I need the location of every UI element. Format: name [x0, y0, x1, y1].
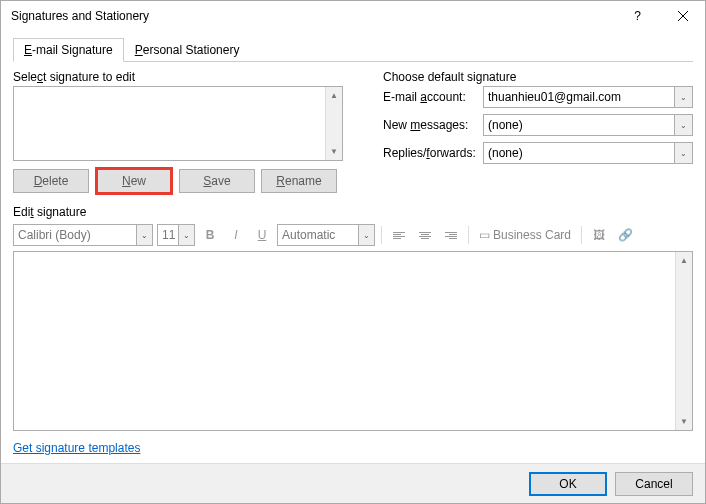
- card-icon: ▭: [479, 228, 490, 242]
- editor-toolbar: Calibri (Body) ⌄ 11 ⌄ B I U Automatic ⌄ …: [13, 223, 693, 247]
- scrollbar[interactable]: ▲ ▼: [325, 87, 342, 160]
- scroll-down-icon[interactable]: ▼: [326, 143, 342, 160]
- underline-button[interactable]: U: [251, 224, 273, 246]
- new-button[interactable]: New: [95, 167, 173, 195]
- chevron-down-icon: ⌄: [136, 225, 152, 245]
- separator: [581, 226, 582, 244]
- scrollbar[interactable]: ▲ ▼: [675, 252, 692, 430]
- tab-personal-stationery[interactable]: Personal Stationery: [124, 38, 251, 62]
- select-signature-label: Select signature to edit: [13, 70, 363, 84]
- insert-hyperlink-button[interactable]: 🔗: [614, 224, 636, 246]
- get-templates-link[interactable]: Get signature templates: [13, 441, 140, 455]
- link-icon: 🔗: [618, 228, 633, 242]
- titlebar: Signatures and Stationery ?: [1, 1, 705, 31]
- business-card-button[interactable]: ▭ Business Card: [475, 224, 575, 246]
- bold-button[interactable]: B: [199, 224, 221, 246]
- new-messages-label: New messages:: [383, 118, 483, 132]
- ok-button[interactable]: OK: [529, 472, 607, 496]
- new-messages-value: (none): [488, 118, 523, 132]
- italic-button[interactable]: I: [225, 224, 247, 246]
- dialog-footer: OK Cancel: [1, 463, 705, 503]
- scroll-up-icon[interactable]: ▲: [676, 252, 692, 269]
- picture-icon: 🖼: [593, 228, 605, 242]
- scroll-up-icon[interactable]: ▲: [326, 87, 342, 104]
- rename-button[interactable]: Rename: [261, 169, 337, 193]
- align-right-button[interactable]: [440, 224, 462, 246]
- insert-picture-button[interactable]: 🖼: [588, 224, 610, 246]
- help-button[interactable]: ?: [615, 1, 660, 31]
- cancel-button[interactable]: Cancel: [615, 472, 693, 496]
- window-title: Signatures and Stationery: [11, 9, 615, 23]
- tab-strip: E-mail Signature Personal Stationery: [13, 37, 693, 62]
- delete-button[interactable]: Delete: [13, 169, 89, 193]
- choose-default-label: Choose default signature: [383, 70, 693, 84]
- email-account-label: E-mail account:: [383, 90, 483, 104]
- font-color-dropdown[interactable]: Automatic ⌄: [277, 224, 375, 246]
- align-left-button[interactable]: [388, 224, 410, 246]
- align-center-button[interactable]: [414, 224, 436, 246]
- align-right-icon: [445, 232, 457, 239]
- save-button[interactable]: Save: [179, 169, 255, 193]
- align-left-icon: [393, 232, 405, 239]
- align-center-icon: [419, 232, 431, 239]
- replies-forwards-dropdown[interactable]: (none) ⌄: [483, 142, 693, 164]
- font-dropdown[interactable]: Calibri (Body) ⌄: [13, 224, 153, 246]
- email-account-dropdown[interactable]: thuanhieu01@gmail.com ⌄: [483, 86, 693, 108]
- new-messages-dropdown[interactable]: (none) ⌄: [483, 114, 693, 136]
- scroll-down-icon[interactable]: ▼: [676, 413, 692, 430]
- replies-forwards-label: Replies/forwards:: [383, 146, 483, 160]
- email-account-value: thuanhieu01@gmail.com: [488, 90, 621, 104]
- chevron-down-icon: ⌄: [178, 225, 194, 245]
- font-size-dropdown[interactable]: 11 ⌄: [157, 224, 195, 246]
- close-button[interactable]: [660, 1, 705, 31]
- chevron-down-icon: ⌄: [674, 115, 692, 135]
- signature-list[interactable]: ▲ ▼: [13, 86, 343, 161]
- replies-forwards-value: (none): [488, 146, 523, 160]
- edit-signature-label: Edit signature: [13, 205, 86, 219]
- signature-editor[interactable]: ▲ ▼: [13, 251, 693, 431]
- chevron-down-icon: ⌄: [358, 225, 374, 245]
- separator: [381, 226, 382, 244]
- chevron-down-icon: ⌄: [674, 87, 692, 107]
- separator: [468, 226, 469, 244]
- chevron-down-icon: ⌄: [674, 143, 692, 163]
- tab-email-signature[interactable]: E-mail Signature: [13, 38, 124, 62]
